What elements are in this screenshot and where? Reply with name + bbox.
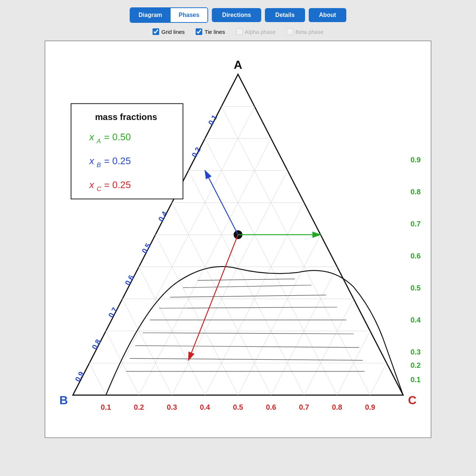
svg-text:0.6: 0.6 bbox=[123, 274, 136, 287]
red-axis-labels: 0.1 0.2 0.3 0.4 0.5 0.6 0.7 0.8 0.9 bbox=[101, 403, 375, 411]
svg-line-30 bbox=[143, 333, 354, 334]
svg-text:0.2: 0.2 bbox=[410, 361, 421, 369]
svg-line-15 bbox=[172, 170, 288, 395]
about-button[interactable]: About bbox=[309, 8, 346, 22]
ternary-diagram-svg[interactable]: // This is inline SVG generation via JS … bbox=[53, 49, 423, 430]
svg-text:0.1: 0.1 bbox=[410, 375, 421, 384]
legend-xa-sub: A bbox=[97, 138, 101, 145]
svg-text:0.5: 0.5 bbox=[233, 403, 243, 411]
svg-line-13 bbox=[238, 235, 321, 395]
diagram-button[interactable]: Diagram bbox=[130, 8, 170, 22]
legend-xc: x bbox=[89, 180, 95, 190]
svg-line-35 bbox=[197, 279, 295, 281]
svg-text:0.6: 0.6 bbox=[410, 252, 421, 260]
legend-xb-sub: B bbox=[97, 162, 101, 169]
svg-text:0.6: 0.6 bbox=[266, 403, 276, 411]
tie-lines-checkbox[interactable] bbox=[196, 28, 202, 35]
svg-text:0.8: 0.8 bbox=[410, 188, 421, 196]
legend-xc-value: = 0.25 bbox=[104, 180, 131, 190]
svg-line-18 bbox=[90, 363, 106, 395]
vertex-c-label: C bbox=[408, 394, 417, 407]
legend-title: mass fractions bbox=[95, 112, 157, 122]
green-axis-labels: 0.9 0.8 0.7 0.6 0.5 0.4 0.3 0.2 0.1 bbox=[410, 156, 421, 384]
svg-line-32 bbox=[159, 307, 337, 308]
svg-text:0.8: 0.8 bbox=[90, 338, 102, 351]
svg-line-34 bbox=[183, 285, 312, 288]
beta-phase-label: Beta phase bbox=[295, 29, 323, 35]
svg-text:0.5: 0.5 bbox=[410, 284, 421, 292]
svg-line-28 bbox=[130, 359, 363, 360]
diagram-phases-group: Diagram Phases bbox=[130, 7, 208, 23]
svg-line-22 bbox=[155, 235, 238, 395]
svg-text:0.3: 0.3 bbox=[167, 403, 177, 411]
svg-line-24 bbox=[189, 170, 304, 395]
grid-lines-checkbox-label[interactable]: Grid lines bbox=[153, 28, 185, 35]
beta-phase-checkbox-label[interactable]: Beta phase bbox=[287, 28, 323, 35]
svg-line-33 bbox=[170, 295, 326, 297]
svg-text:0.9: 0.9 bbox=[410, 156, 421, 164]
alpha-phase-label: Alpha phase bbox=[245, 29, 276, 35]
svg-text:0.3: 0.3 bbox=[410, 348, 421, 356]
top-navigation: Diagram Phases Directions Details About bbox=[130, 7, 346, 23]
legend-xb-value: = 0.25 bbox=[104, 156, 131, 166]
svg-text:0.4: 0.4 bbox=[410, 316, 421, 324]
legend-xa: x bbox=[89, 132, 95, 142]
tie-lines-checkbox-label[interactable]: Tie lines bbox=[196, 28, 225, 35]
diagram-container: // This is inline SVG generation via JS … bbox=[45, 40, 431, 438]
svg-text:0.2: 0.2 bbox=[134, 403, 144, 411]
svg-text:0.7: 0.7 bbox=[410, 220, 421, 228]
svg-text:0.9: 0.9 bbox=[365, 403, 375, 411]
directions-button[interactable]: Directions bbox=[212, 8, 261, 22]
details-button[interactable]: Details bbox=[265, 8, 305, 22]
svg-line-9 bbox=[370, 363, 387, 395]
alpha-phase-checkbox[interactable] bbox=[236, 28, 243, 35]
svg-text:0.1: 0.1 bbox=[101, 403, 111, 411]
vertex-a-label: A bbox=[234, 58, 242, 71]
legend-xb: x bbox=[89, 156, 95, 166]
svg-text:0.4: 0.4 bbox=[200, 403, 210, 411]
tie-lines-label: Tie lines bbox=[204, 29, 225, 35]
legend-xc-sub: C bbox=[97, 186, 102, 193]
svg-line-29 bbox=[135, 346, 359, 348]
grid-lines-label: Grid lines bbox=[161, 29, 185, 35]
svg-line-26 bbox=[221, 106, 370, 395]
svg-line-20 bbox=[122, 299, 172, 395]
svg-text:0.9: 0.9 bbox=[73, 370, 85, 383]
red-arrow bbox=[189, 235, 238, 360]
alpha-phase-checkbox-label[interactable]: Alpha phase bbox=[236, 28, 276, 35]
grid-lines-checkbox[interactable] bbox=[153, 28, 159, 35]
tie-lines bbox=[126, 279, 364, 371]
svg-text:0.7: 0.7 bbox=[107, 306, 119, 319]
svg-text:0.8: 0.8 bbox=[332, 403, 342, 411]
svg-text:0.7: 0.7 bbox=[299, 403, 309, 411]
phases-button[interactable]: Phases bbox=[170, 8, 207, 22]
vertex-b-label: B bbox=[59, 394, 68, 407]
beta-phase-checkbox[interactable] bbox=[287, 28, 293, 35]
checkboxes-row: Grid lines Tie lines Alpha phase Beta ph… bbox=[153, 28, 323, 35]
legend-xa-value: = 0.50 bbox=[104, 132, 131, 142]
